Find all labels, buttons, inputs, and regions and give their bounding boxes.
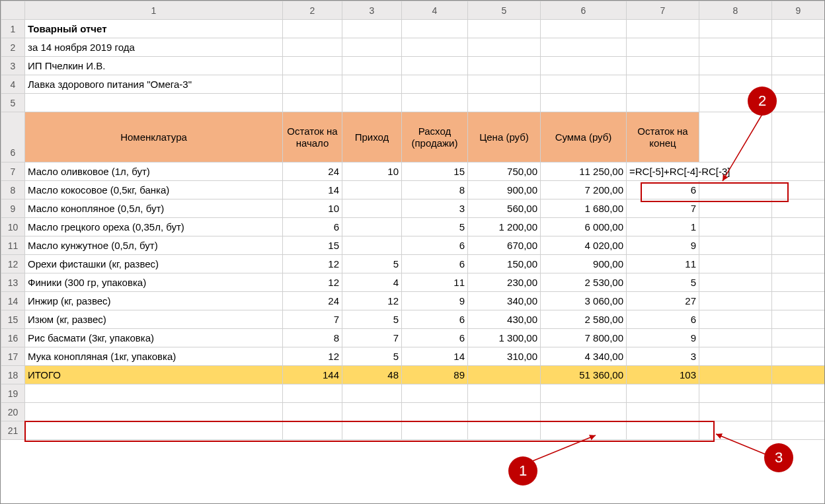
cell[interactable]: 7 bbox=[342, 329, 402, 347]
cell[interactable] bbox=[541, 94, 627, 112]
column-title[interactable]: Номенклатура bbox=[25, 112, 283, 162]
cell[interactable] bbox=[342, 236, 402, 255]
cell[interactable] bbox=[402, 94, 468, 112]
cell[interactable]: 2 530,00 bbox=[541, 273, 627, 292]
cell[interactable]: Финики (300 гр, упаковка) bbox=[25, 273, 283, 292]
cell[interactable] bbox=[283, 421, 342, 440]
cell[interactable] bbox=[342, 199, 402, 218]
row-header[interactable]: 10 bbox=[1, 218, 25, 236]
col-header[interactable]: 3 bbox=[342, 1, 402, 20]
row-header[interactable]: 15 bbox=[1, 310, 25, 329]
cell[interactable]: 6 bbox=[283, 218, 342, 236]
cell[interactable]: 9 bbox=[627, 236, 699, 255]
cell[interactable] bbox=[468, 366, 541, 384]
cell[interactable]: 89 bbox=[402, 366, 468, 384]
cell[interactable]: 11 bbox=[627, 255, 699, 273]
cell[interactable] bbox=[627, 20, 699, 38]
cell[interactable] bbox=[283, 57, 342, 75]
cell[interactable]: 1 bbox=[627, 218, 699, 236]
cell[interactable] bbox=[772, 403, 825, 421]
cell[interactable]: 150,00 bbox=[468, 255, 541, 273]
cell[interactable]: 3 bbox=[627, 347, 699, 366]
column-title[interactable]: Остаток на конец bbox=[627, 112, 699, 162]
cell[interactable] bbox=[772, 255, 825, 273]
cell[interactable]: 3 060,00 bbox=[541, 292, 627, 310]
cell[interactable]: 900,00 bbox=[468, 181, 541, 199]
cell[interactable] bbox=[699, 347, 772, 366]
cell[interactable] bbox=[342, 421, 402, 440]
cell[interactable] bbox=[772, 273, 825, 292]
cell[interactable] bbox=[468, 421, 541, 440]
cell[interactable] bbox=[468, 75, 541, 94]
cell[interactable] bbox=[402, 57, 468, 75]
cell[interactable] bbox=[699, 366, 772, 384]
cell[interactable] bbox=[342, 181, 402, 199]
cell[interactable] bbox=[772, 329, 825, 347]
cell[interactable] bbox=[541, 38, 627, 57]
row-header[interactable]: 20 bbox=[1, 403, 25, 421]
cell[interactable]: 12 bbox=[283, 347, 342, 366]
cell[interactable] bbox=[627, 75, 699, 94]
cell[interactable] bbox=[772, 181, 825, 199]
cell[interactable] bbox=[699, 310, 772, 329]
col-header[interactable]: 8 bbox=[699, 1, 772, 20]
cell[interactable] bbox=[772, 236, 825, 255]
cell[interactable]: 4 020,00 bbox=[541, 236, 627, 255]
cell[interactable] bbox=[772, 38, 825, 57]
cell[interactable]: 2 580,00 bbox=[541, 310, 627, 329]
cell[interactable] bbox=[772, 94, 825, 112]
cell[interactable] bbox=[627, 57, 699, 75]
row-header[interactable]: 14 bbox=[1, 292, 25, 310]
cell[interactable]: Орехи фисташки (кг, развес) bbox=[25, 255, 283, 273]
cell[interactable] bbox=[699, 329, 772, 347]
row-header[interactable]: 7 bbox=[1, 162, 25, 181]
cell[interactable]: Товарный отчет bbox=[25, 20, 283, 38]
cell[interactable]: Лавка здорового питания "Омега-3" bbox=[25, 75, 283, 94]
cell[interactable]: 340,00 bbox=[468, 292, 541, 310]
col-header[interactable]: 4 bbox=[402, 1, 468, 20]
row-header[interactable]: 13 bbox=[1, 273, 25, 292]
cell[interactable] bbox=[283, 75, 342, 94]
row-header[interactable]: 19 bbox=[1, 384, 25, 403]
cell[interactable]: 7 200,00 bbox=[541, 181, 627, 199]
cell[interactable] bbox=[468, 57, 541, 75]
cell[interactable] bbox=[772, 347, 825, 366]
cell[interactable] bbox=[627, 38, 699, 57]
cell[interactable]: 5 bbox=[342, 310, 402, 329]
cell[interactable] bbox=[468, 384, 541, 403]
cell[interactable] bbox=[402, 421, 468, 440]
cell[interactable]: 5 bbox=[342, 255, 402, 273]
cell[interactable]: 5 bbox=[402, 218, 468, 236]
cell[interactable] bbox=[772, 384, 825, 403]
col-header[interactable]: 7 bbox=[627, 1, 699, 20]
cell[interactable] bbox=[283, 20, 342, 38]
cell[interactable]: 48 bbox=[342, 366, 402, 384]
cell[interactable]: 27 bbox=[627, 292, 699, 310]
cell[interactable]: 14 bbox=[283, 181, 342, 199]
row-header[interactable]: 1 bbox=[1, 20, 25, 38]
cell[interactable]: 560,00 bbox=[468, 199, 541, 218]
cell[interactable] bbox=[772, 366, 825, 384]
cell[interactable] bbox=[283, 384, 342, 403]
corner-cell[interactable] bbox=[1, 1, 25, 20]
cell[interactable] bbox=[627, 384, 699, 403]
column-title[interactable]: Остаток на начало bbox=[283, 112, 342, 162]
cell[interactable] bbox=[699, 57, 772, 75]
cell[interactable] bbox=[772, 218, 825, 236]
column-title[interactable]: Приход bbox=[342, 112, 402, 162]
cell[interactable]: 6 bbox=[402, 236, 468, 255]
cell[interactable]: 750,00 bbox=[468, 162, 541, 181]
cell[interactable] bbox=[541, 384, 627, 403]
cell[interactable] bbox=[699, 255, 772, 273]
row-header[interactable]: 11 bbox=[1, 236, 25, 255]
cell[interactable] bbox=[699, 38, 772, 57]
cell[interactable] bbox=[772, 421, 825, 440]
cell[interactable] bbox=[627, 403, 699, 421]
cell[interactable] bbox=[342, 75, 402, 94]
cell[interactable] bbox=[402, 20, 468, 38]
cell[interactable]: 24 bbox=[283, 162, 342, 181]
column-title[interactable]: Цена (руб) bbox=[468, 112, 541, 162]
cell[interactable]: 9 bbox=[627, 329, 699, 347]
cell[interactable]: 12 bbox=[283, 273, 342, 292]
cell[interactable]: 6 000,00 bbox=[541, 218, 627, 236]
